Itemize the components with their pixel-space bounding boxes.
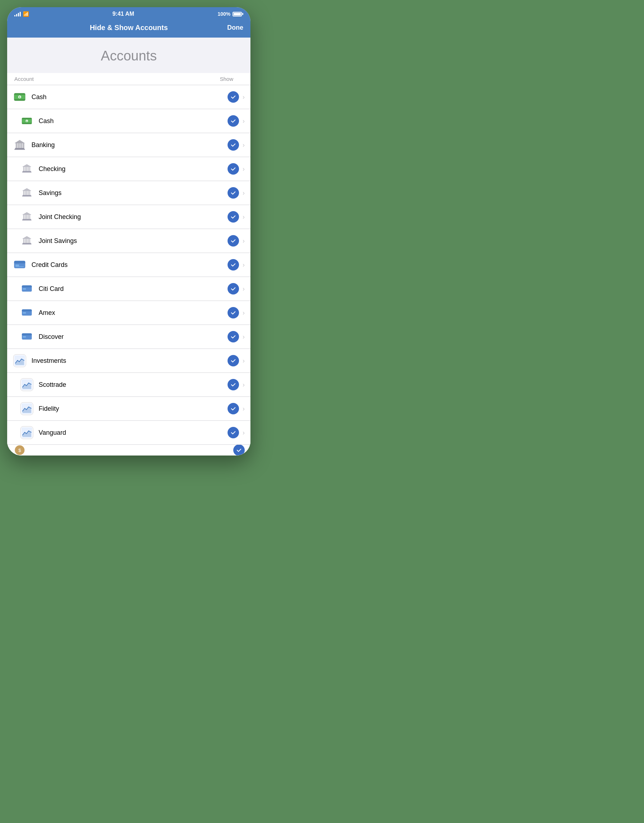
- check-toggle[interactable]: [227, 427, 239, 438]
- row-right: ›: [227, 235, 245, 247]
- chevron-right-icon: ›: [242, 429, 245, 437]
- check-toggle[interactable]: [227, 403, 239, 414]
- svg-rect-36: [25, 215, 26, 219]
- table-row[interactable]: Credit Cards ›: [7, 253, 250, 277]
- svg-marker-42: [23, 236, 31, 239]
- svg-rect-62: [23, 312, 26, 313]
- row-label: Credit Cards: [32, 261, 227, 269]
- svg-rect-38: [28, 215, 29, 219]
- table-row[interactable]: Scottrade ›: [7, 373, 250, 397]
- svg-rect-44: [25, 239, 26, 243]
- check-toggle[interactable]: [227, 187, 239, 199]
- svg-rect-32: [23, 195, 31, 196]
- svg-rect-2: [14, 99, 25, 101]
- header-show: Show: [220, 76, 233, 82]
- chevron-right-icon: ›: [242, 213, 245, 221]
- cash-icon: $: [13, 90, 26, 104]
- check-toggle[interactable]: [227, 379, 239, 391]
- table-row[interactable]: Checking ›: [7, 157, 250, 181]
- svg-rect-41: [22, 220, 32, 221]
- credit-card-icon: [20, 282, 34, 296]
- svg-rect-46: [28, 239, 29, 243]
- svg-marker-26: [23, 188, 31, 191]
- row-label: Amex: [38, 309, 227, 317]
- investment-icon: [20, 426, 34, 440]
- check-toggle[interactable]: [227, 115, 239, 127]
- table-row[interactable]: Citi Card ›: [7, 277, 250, 301]
- check-toggle[interactable]: [227, 283, 239, 294]
- check-toggle[interactable]: [227, 91, 239, 103]
- table-row[interactable]: Savings ›: [7, 181, 250, 205]
- table-row[interactable]: Investments ›: [7, 349, 250, 373]
- svg-rect-66: [23, 336, 26, 337]
- table-row[interactable]: Joint Checking ›: [7, 205, 250, 229]
- svg-rect-21: [26, 167, 27, 171]
- svg-rect-40: [23, 219, 31, 220]
- chevron-right-icon: ›: [242, 165, 245, 173]
- accounts-title: Accounts: [14, 48, 243, 64]
- check-toggle[interactable]: [227, 235, 239, 247]
- chevron-right-icon: ›: [242, 237, 245, 245]
- cash-icon: $: [20, 114, 34, 128]
- accounts-title-section: Accounts: [7, 38, 250, 67]
- credit-card-icon: [13, 258, 26, 271]
- svg-rect-25: [22, 172, 32, 172]
- svg-rect-6: [22, 118, 32, 119]
- svg-rect-65: [22, 334, 32, 335]
- table-row[interactable]: $ Cash ›: [7, 85, 250, 109]
- svg-rect-16: [15, 148, 25, 149]
- row-right: [233, 445, 245, 455]
- row-right: ›: [227, 139, 245, 151]
- table-row[interactable]: $: [7, 445, 250, 455]
- table-row[interactable]: Discover ›: [7, 325, 250, 349]
- chevron-right-icon: ›: [242, 141, 245, 149]
- svg-rect-39: [29, 215, 31, 219]
- bank-icon: [20, 186, 34, 200]
- svg-marker-10: [15, 140, 25, 143]
- svg-rect-30: [28, 191, 29, 195]
- check-toggle[interactable]: [227, 259, 239, 271]
- svg-rect-13: [19, 143, 20, 148]
- chevron-right-icon: ›: [242, 261, 245, 269]
- credit-card-icon: [20, 330, 34, 343]
- done-button[interactable]: Done: [222, 24, 243, 32]
- svg-rect-14: [21, 143, 22, 148]
- bank-icon: [20, 234, 34, 248]
- table-row[interactable]: Joint Savings ›: [7, 229, 250, 253]
- svg-rect-20: [25, 167, 26, 171]
- check-toggle[interactable]: [227, 307, 239, 319]
- svg-rect-49: [22, 244, 32, 244]
- row-right: ›: [227, 427, 245, 438]
- table-row[interactable]: $ Cash ›: [7, 109, 250, 133]
- svg-marker-34: [23, 212, 31, 215]
- chevron-right-icon: ›: [242, 333, 245, 341]
- table-row[interactable]: Banking ›: [7, 133, 250, 157]
- check-toggle[interactable]: [227, 355, 239, 366]
- svg-rect-7: [22, 123, 32, 124]
- battery-percent: 100%: [218, 11, 230, 17]
- check-toggle[interactable]: [227, 211, 239, 222]
- table-row[interactable]: Fidelity ›: [7, 397, 250, 421]
- table-row[interactable]: Vanguard ›: [7, 421, 250, 445]
- row-label: Cash: [32, 93, 227, 101]
- svg-rect-45: [26, 239, 27, 243]
- check-toggle[interactable]: [227, 163, 239, 175]
- check-toggle[interactable]: [227, 331, 239, 342]
- svg-rect-31: [29, 191, 31, 195]
- other-icon: $: [13, 445, 26, 455]
- check-toggle[interactable]: [233, 445, 245, 455]
- phone-container: 📶 9:41 AM 100% Hide & Show Accounts Done…: [7, 7, 250, 455]
- content: Accounts Account Show $: [7, 38, 250, 455]
- table-row[interactable]: Amex ›: [7, 301, 250, 325]
- svg-rect-33: [22, 196, 32, 196]
- svg-rect-22: [28, 167, 29, 171]
- check-toggle[interactable]: [227, 139, 239, 151]
- row-label: Savings: [38, 189, 227, 197]
- bank-icon: [13, 138, 26, 152]
- chevron-right-icon: ›: [242, 357, 245, 365]
- chevron-right-icon: ›: [242, 309, 245, 317]
- svg-rect-11: [16, 143, 17, 148]
- svg-rect-35: [23, 215, 25, 219]
- chevron-right-icon: ›: [242, 285, 245, 293]
- nav-bar: Hide & Show Accounts Done: [7, 20, 250, 38]
